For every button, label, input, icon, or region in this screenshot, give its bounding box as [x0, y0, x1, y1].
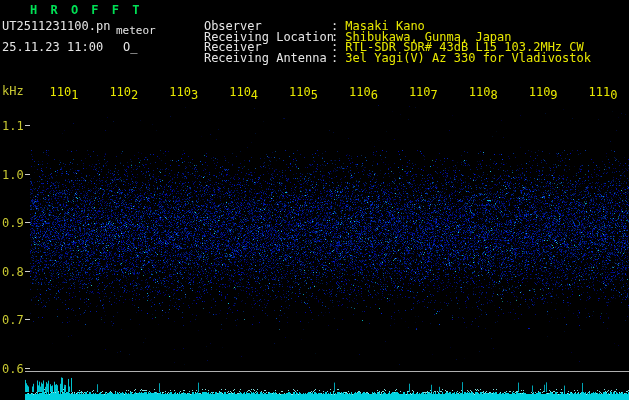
y-tick-label: 0.8: [2, 265, 24, 279]
x-tick-label: 1108: [469, 85, 498, 99]
y-tick-label: 0.7: [2, 313, 24, 327]
meta-value-antenna: 3el Yagi(V) Az 330 for Vladivostok: [345, 51, 591, 65]
x-tick-label: 1102: [109, 85, 138, 99]
y-tick-label: 1.0: [2, 168, 24, 182]
meta-label-antenna: Receiving Antenna: [204, 51, 331, 65]
x-tick-label: 1101: [49, 85, 78, 99]
app-title: H R O F F T: [30, 3, 142, 17]
y-tick-label: 0.9: [2, 216, 24, 230]
datetime-label: 25.11.23 11:00: [2, 40, 103, 54]
y-tick-label: 1.1: [2, 119, 24, 133]
meta-row-antenna: Receiving Antenna: 3el Yagi(V) Az 330 fo…: [175, 37, 591, 79]
x-tick-label: 1110: [589, 85, 618, 99]
meta-colon: :: [331, 51, 345, 65]
x-tick-label: 1103: [169, 85, 198, 99]
meteor-tag: meteor: [116, 24, 156, 37]
x-tick-label: 1105: [289, 85, 318, 99]
x-tick-label: 1104: [229, 85, 258, 99]
x-tick-label: 1106: [349, 85, 378, 99]
output-filename: UT2511231100.pn: [2, 19, 110, 33]
hrofft-output-screen: H R O F F T UT2511231100.pn meteor 25.11…: [0, 0, 629, 400]
y-tick-label: 0.6: [2, 362, 24, 376]
y-axis-unit-label: kHz: [2, 84, 24, 98]
x-tick-label: 1109: [529, 85, 558, 99]
x-tick-label: 1107: [409, 85, 438, 99]
status-indicator: O_: [123, 40, 137, 54]
